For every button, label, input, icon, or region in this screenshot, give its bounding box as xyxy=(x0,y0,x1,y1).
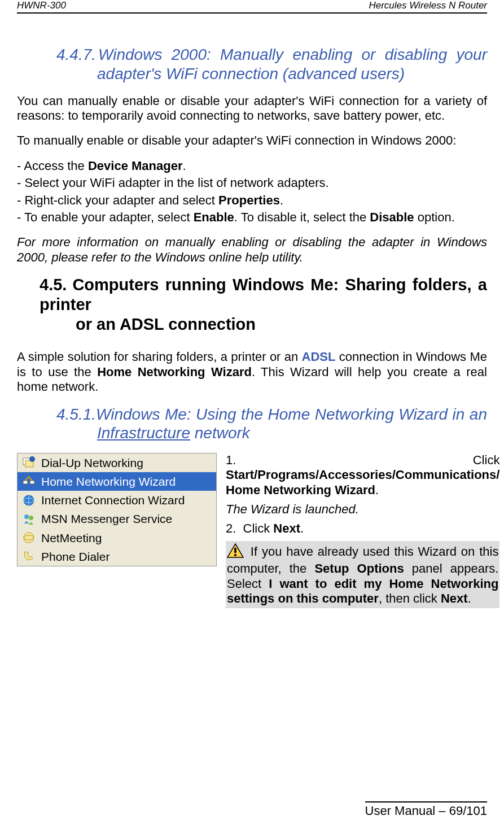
svg-rect-4 xyxy=(30,481,34,484)
heading-4-5-line2: or an ADSL connection xyxy=(40,315,487,334)
step-properties: - Right-click your adapter and select Pr… xyxy=(17,193,487,208)
step-2: 2. Click Next. xyxy=(226,521,499,536)
svg-rect-13 xyxy=(234,554,236,556)
svg-point-8 xyxy=(29,516,33,520)
menu-item-icw: Internet Connection Wizard xyxy=(17,491,216,509)
menu-item-phone-dialer: Phone Dialer xyxy=(17,547,216,566)
communications-menu-screenshot: Dial-Up Networking Home Networking Wizar… xyxy=(17,453,217,566)
svg-point-9 xyxy=(24,533,34,543)
menu-item-msn: MSN Messenger Service xyxy=(17,509,216,528)
svg-rect-3 xyxy=(23,481,28,484)
menu-item-label: Dial-Up Networking xyxy=(41,456,143,470)
step-device-manager: - Access the Device Manager. xyxy=(17,159,487,173)
step-enable-disable: - To enable your adapter, select Enable.… xyxy=(17,210,487,225)
heading-4-4-7-line2: adapter's WiFi connection (advanced user… xyxy=(56,64,487,84)
menu-item-netmeeting: NetMeeting xyxy=(17,529,216,547)
heading-4-4-7: 4.4.7.Windows 2000: Manually enabling or… xyxy=(56,45,487,64)
svg-point-7 xyxy=(24,514,29,519)
svg-rect-12 xyxy=(234,548,236,553)
home-networking-intro: A simple solution for sharing folders, a… xyxy=(17,350,487,394)
netmeeting-icon xyxy=(22,531,36,544)
instruction-lead: To manually enable or disable your adapt… xyxy=(17,133,487,148)
more-info-note: For more information on manually enablin… xyxy=(17,235,487,265)
home-networking-icon xyxy=(22,475,36,489)
menu-item-label: Phone Dialer xyxy=(41,549,109,564)
msn-icon xyxy=(22,512,36,526)
dialup-icon xyxy=(22,456,36,469)
page-footer: User Manual – 69/101 xyxy=(365,801,487,818)
menu-item-label: NetMeeting xyxy=(41,531,102,545)
menu-item-dialup: Dial-Up Networking xyxy=(17,453,216,472)
heading-4-5-1: 4.5.1.Windows Me: Using the Home Network… xyxy=(56,405,487,424)
page-header: HWNR-300 Hercules Wireless N Router xyxy=(17,0,487,14)
menu-item-label: Internet Connection Wizard xyxy=(41,493,185,507)
model-number: HWNR-300 xyxy=(17,0,66,11)
warning-note: If you have already used this Wizard on … xyxy=(226,541,499,609)
internet-wizard-icon xyxy=(22,494,36,507)
warning-icon xyxy=(227,543,244,561)
menu-item-home-networking: Home Networking Wizard xyxy=(17,472,216,491)
step-1: 1. Click Start/Programs/Accessories/Comm… xyxy=(226,453,499,498)
heading-4-5: 4.5.Computers running Windows Me: Sharin… xyxy=(40,275,487,315)
wizard-launched: The Wizard is launched. xyxy=(226,502,499,517)
intro-paragraph: You can manually enable or disable your … xyxy=(17,94,487,124)
menu-item-label: MSN Messenger Service xyxy=(41,512,172,526)
step-select-adapter: - Select your WiFi adapter in the list o… xyxy=(17,176,487,190)
product-name: Hercules Wireless N Router xyxy=(369,0,487,11)
heading-4-5-1-line2: Infrastructure network xyxy=(56,424,487,443)
menu-item-label: Home Networking Wizard xyxy=(41,474,176,489)
phone-dialer-icon xyxy=(22,549,36,563)
svg-point-2 xyxy=(29,456,35,462)
